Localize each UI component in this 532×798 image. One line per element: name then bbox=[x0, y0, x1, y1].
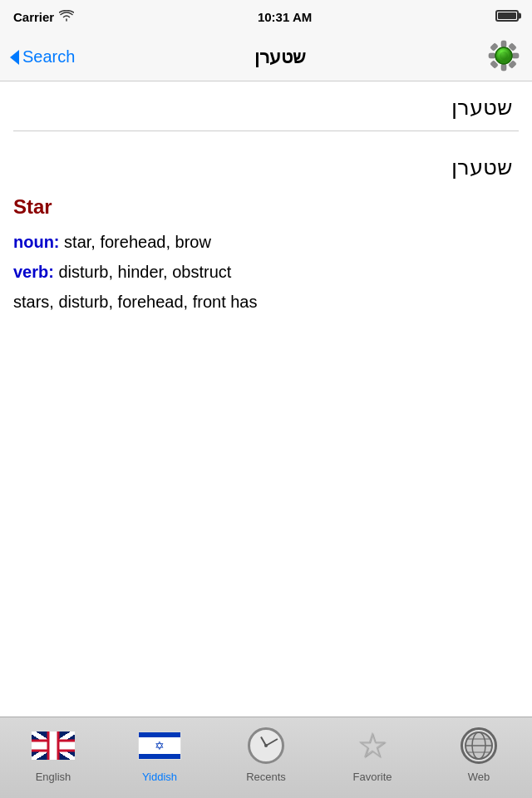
svg-rect-1 bbox=[501, 41, 506, 47]
tab-english-label: English bbox=[36, 771, 71, 783]
svg-rect-2 bbox=[501, 64, 506, 71]
verb-line: verb: disturb, hinder, obstruct bbox=[13, 259, 519, 285]
header-word: שטערן bbox=[13, 81, 519, 131]
noun-line: noun: star, forehead, brow bbox=[13, 229, 519, 255]
translation-section: שטערן Star noun: star, forehead, brow ve… bbox=[13, 138, 519, 315]
english-flag-icon bbox=[32, 724, 75, 767]
verb-definition: disturb, hinder, obstruct bbox=[54, 263, 231, 281]
tab-web[interactable]: Web bbox=[433, 724, 525, 783]
back-button[interactable]: Search bbox=[10, 47, 75, 66]
tab-bar: English ✡ Yiddish Recents ☆ bbox=[0, 717, 532, 798]
tab-recents[interactable]: Recents bbox=[220, 724, 312, 783]
tab-web-label: Web bbox=[468, 771, 490, 783]
svg-rect-3 bbox=[489, 53, 495, 58]
tab-yiddish[interactable]: ✡ Yiddish bbox=[114, 724, 205, 783]
back-label: Search bbox=[22, 47, 75, 66]
entry-title: Star bbox=[13, 195, 519, 219]
tab-favorite[interactable]: ☆ Favorite bbox=[327, 724, 418, 783]
extra-info: stars, disturb, forehead, front has bbox=[13, 288, 519, 315]
carrier-label: Carrier bbox=[13, 10, 54, 24]
yiddish-flag-icon: ✡ bbox=[138, 724, 181, 767]
carrier-wifi: Carrier bbox=[13, 10, 74, 24]
star-of-david-icon: ✡ bbox=[155, 740, 165, 751]
settings-button[interactable] bbox=[485, 37, 522, 77]
nav-bar: Search שטערן bbox=[0, 33, 532, 81]
svg-point-10 bbox=[500, 52, 508, 60]
main-content: שטערן שטערן Star noun: star, forehead, b… bbox=[0, 81, 532, 315]
wifi-icon bbox=[59, 10, 74, 24]
chevron-left-icon bbox=[10, 50, 19, 65]
tab-recents-label: Recents bbox=[246, 771, 286, 783]
tab-favorite-label: Favorite bbox=[353, 771, 392, 783]
yiddish-word: שטערן bbox=[13, 155, 519, 180]
tab-yiddish-label: Yiddish bbox=[142, 771, 177, 783]
tab-english[interactable]: English bbox=[7, 724, 99, 783]
web-icon bbox=[457, 724, 500, 767]
svg-rect-4 bbox=[512, 53, 519, 58]
divider bbox=[13, 131, 519, 131]
status-bar: Carrier 10:31 AM bbox=[0, 0, 532, 33]
star-icon: ☆ bbox=[357, 728, 388, 763]
verb-label: verb: bbox=[13, 263, 54, 281]
noun-label: noun: bbox=[13, 233, 60, 251]
favorite-icon: ☆ bbox=[351, 724, 394, 767]
nav-title: שטערן bbox=[254, 47, 306, 68]
battery-icon bbox=[495, 10, 519, 24]
status-time: 10:31 AM bbox=[258, 10, 312, 24]
noun-definition: star, forehead, brow bbox=[60, 233, 211, 251]
recents-icon bbox=[244, 724, 288, 767]
